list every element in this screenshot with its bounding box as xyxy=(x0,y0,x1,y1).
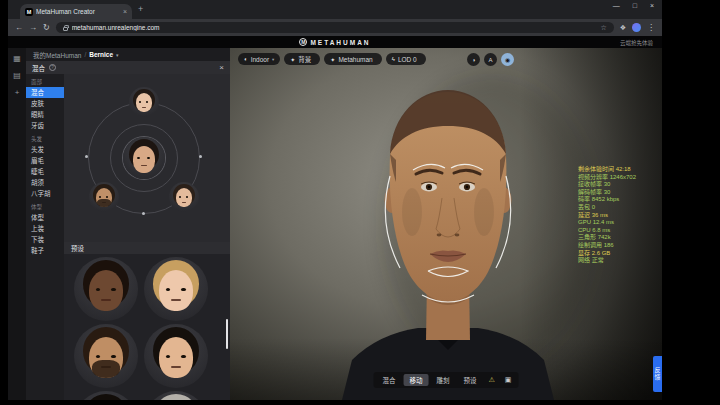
browser-tab-strip: M MetaHuman Creator × + — □ × xyxy=(8,0,662,19)
create-new-icon[interactable]: + xyxy=(15,89,20,97)
presets-scrollbar[interactable] xyxy=(226,319,228,349)
category-item[interactable]: 下装 xyxy=(26,234,64,245)
back-icon[interactable]: ← xyxy=(15,24,23,32)
stat-line: 绘制调用 186 xyxy=(578,242,652,250)
forward-icon[interactable]: → xyxy=(29,24,37,32)
category-item[interactable]: 皮肤 xyxy=(26,98,64,109)
url-text: metahuman.unrealengine.com xyxy=(72,24,597,31)
minimize-button[interactable]: — xyxy=(613,2,620,9)
pill-label: Metahuman xyxy=(338,56,372,63)
stat-line: 剩余体验时间 42:18 xyxy=(578,166,652,174)
metahuman-logo-text: METAHUMAN xyxy=(310,39,370,46)
breadcrumb-separator: / xyxy=(84,51,86,58)
reload-icon[interactable]: ↻ xyxy=(43,24,50,32)
metahuman-page: M METAHUMAN 云端抢先体验 ▦ ▤ + 我的MetaHuman / B… xyxy=(8,36,662,400)
new-tab-button[interactable]: + xyxy=(138,4,143,14)
category-item[interactable]: 眉毛 xyxy=(26,155,64,166)
bookmark-star-icon[interactable]: ☆ xyxy=(600,24,606,32)
my-metahumans-grid-icon[interactable]: ▦ xyxy=(13,55,21,63)
annotations-toggle-button[interactable]: A xyxy=(484,53,497,66)
category-item[interactable]: 胡须 xyxy=(26,177,64,188)
preset-face-thumb[interactable] xyxy=(74,257,138,321)
preset-face-thumb[interactable] xyxy=(144,391,208,400)
extensions-icon[interactable]: ❖ xyxy=(620,24,626,32)
ring-dot xyxy=(199,155,202,158)
category-item[interactable]: 头发 xyxy=(26,144,64,155)
face-eye xyxy=(111,355,115,359)
pill-label: Indoor xyxy=(251,56,269,63)
face-hair xyxy=(83,394,129,400)
profile-avatar[interactable] xyxy=(632,23,641,32)
left-icon-rail: ▦ ▤ + xyxy=(8,48,26,400)
feedback-tab[interactable]: 反馈 xyxy=(653,356,662,392)
blend-face-thumb[interactable] xyxy=(123,137,165,179)
warning-icon[interactable]: ⚠ xyxy=(485,376,499,384)
browser-menu-icon[interactable]: ⋮ xyxy=(647,23,655,32)
panel-close-icon[interactable]: × xyxy=(219,63,224,72)
blend-circle-widget[interactable] xyxy=(64,74,230,242)
browser-tab[interactable]: M MetaHuman Creator × xyxy=(20,4,132,19)
category-item[interactable]: 眼睛 xyxy=(26,109,64,120)
preview-person-icon[interactable]: ▣ xyxy=(501,376,516,384)
pill-icon: ✦ xyxy=(290,56,295,63)
assets-library-icon[interactable]: ▤ xyxy=(13,72,21,80)
face-hair xyxy=(153,394,199,400)
metahuman-quality-button[interactable]: ✦ Metahuman xyxy=(324,53,381,65)
environment-select[interactable]: ◐ Indoor ▾ xyxy=(238,53,280,65)
viewport-mode-button[interactable]: 预设 xyxy=(458,374,483,386)
stat-line: 丢包 0 xyxy=(578,204,652,212)
face-skin xyxy=(159,270,194,311)
blend-face-thumb[interactable] xyxy=(169,182,199,212)
viewport-mode-button[interactable]: 移动 xyxy=(404,374,429,386)
category-item: 体型 xyxy=(26,199,64,212)
category-item[interactable]: 牙齿 xyxy=(26,120,64,131)
chevron-down-icon[interactable]: ▾ xyxy=(116,52,119,58)
info-icon[interactable]: ? xyxy=(49,64,56,71)
ring-dot xyxy=(85,155,88,158)
pill-label: LOD 0 xyxy=(398,56,417,63)
lod-select[interactable]: ϟ LOD 0 xyxy=(386,53,426,65)
preset-face-thumb[interactable] xyxy=(74,391,138,400)
category-item[interactable]: 上装 xyxy=(26,223,64,234)
browser-window: M MetaHuman Creator × + — □ × ← → ↻ meta… xyxy=(8,0,662,400)
metahuman-navbar: M METAHUMAN 云端抢先体验 xyxy=(8,36,662,48)
face-mouth xyxy=(182,202,187,203)
category-item[interactable]: 体型 xyxy=(26,212,64,223)
stat-line: 码率 8452 kbps xyxy=(578,196,652,204)
face-mouth xyxy=(141,165,148,166)
maximize-button[interactable]: □ xyxy=(633,2,637,9)
tab-title: MetaHuman Creator xyxy=(36,8,120,15)
face-skin xyxy=(136,93,152,112)
stat-line: 三角形 742k xyxy=(578,234,652,242)
category-item[interactable]: 睫毛 xyxy=(26,166,64,177)
breadcrumb[interactable]: 我的MetaHuman / Bernice ▾ xyxy=(26,48,230,61)
panel-body: 面部 混合 皮肤 眼睛 牙齿 头发 头发 xyxy=(26,74,230,400)
breadcrumb-root[interactable]: 我的MetaHuman xyxy=(33,50,81,60)
category-item[interactable]: 八字胡 xyxy=(26,188,64,199)
address-bar[interactable]: metahuman.unrealengine.com ☆ xyxy=(56,22,614,33)
preset-face-thumb[interactable] xyxy=(74,324,138,388)
lock-icon xyxy=(63,27,68,31)
viewport-bottom-toolbar: 混合 移动 雕刻 预设 ⚠ ▣ xyxy=(374,372,519,388)
face-skin xyxy=(133,146,156,173)
viewport-mode-button[interactable]: 雕刻 xyxy=(431,374,456,386)
category-item[interactable]: 鞋子 xyxy=(26,245,64,256)
stat-line: 显存 2.6 GB xyxy=(578,250,652,258)
panel-content: 预设 xyxy=(64,74,230,400)
blend-face-thumb[interactable] xyxy=(89,182,119,212)
tab-close-icon[interactable]: × xyxy=(123,8,127,15)
blend-panel: 混合 ? × 面部 混合 皮肤 眼睛 xyxy=(26,61,230,400)
close-button[interactable]: × xyxy=(650,2,654,9)
camera-view-button[interactable]: ◉ xyxy=(501,53,514,66)
viewport-mode-button[interactable]: 混合 xyxy=(377,374,402,386)
face-mouth xyxy=(171,299,181,301)
lighting-toggle-button[interactable]: ◑ xyxy=(467,53,480,66)
preset-face-thumb[interactable] xyxy=(144,324,208,388)
background-button[interactable]: ✦ 背景 xyxy=(284,53,320,65)
preset-face-thumb[interactable] xyxy=(144,257,208,321)
face-beard xyxy=(97,199,110,207)
category-item[interactable]: 混合 xyxy=(26,87,64,98)
blend-face-thumb[interactable] xyxy=(129,87,159,117)
presets-title: 预设 xyxy=(71,243,84,253)
face-skin xyxy=(176,188,192,207)
